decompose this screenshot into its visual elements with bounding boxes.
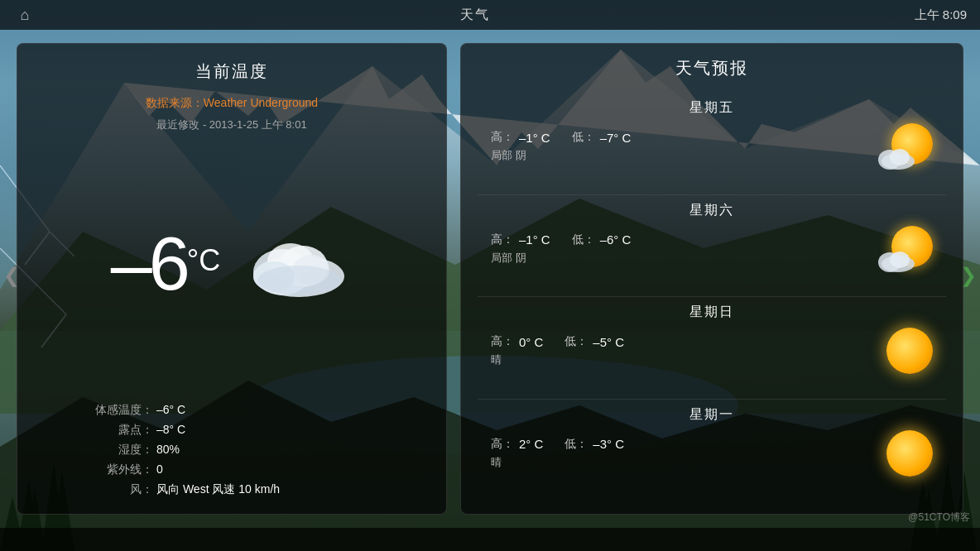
day-4-high: 2° C xyxy=(519,437,543,451)
day-3-condition: 晴 xyxy=(491,352,886,367)
detail-uv: 紫外线： 0 xyxy=(87,462,426,477)
sun-icon-3 xyxy=(886,328,933,374)
bottombar xyxy=(0,528,980,551)
day-3-low-label: 低： xyxy=(564,334,588,349)
forecast-title: 天气预报 xyxy=(478,57,946,79)
day-3-high-label: 高： xyxy=(491,334,514,349)
wind-label: 风： xyxy=(87,482,153,497)
current-temp-panel: 当前温度 数据来源：Weather Underground 最近修改 - 201… xyxy=(17,43,447,515)
day-4-icon xyxy=(886,430,933,477)
dew-point-label: 露点： xyxy=(87,423,153,438)
day-1-high-label: 高： xyxy=(491,130,514,145)
day-2-name: 星期六 xyxy=(491,202,933,219)
day-4-low: –3° C xyxy=(593,437,624,451)
temperature-value: –6 xyxy=(111,227,187,301)
day-3-icon xyxy=(886,328,933,374)
humidity-label: 湿度： xyxy=(87,443,153,458)
day-4-low-label: 低： xyxy=(564,437,588,452)
svg-point-29 xyxy=(890,149,910,165)
detail-feels-like: 体感温度： –6° C xyxy=(87,403,426,418)
feels-like-value: –6° C xyxy=(156,403,185,418)
uv-value: 0 xyxy=(156,462,163,477)
dew-point-value: –8° C xyxy=(156,423,185,438)
day-2-low: –6° C xyxy=(600,232,632,247)
main-content: 当前温度 数据来源：Weather Underground 最近修改 - 201… xyxy=(0,30,980,528)
day-1-icon xyxy=(875,123,933,170)
detail-wind: 风： 风向 West 风速 10 km/h xyxy=(87,482,426,497)
day-1-name: 星期五 xyxy=(491,99,933,117)
forecast-day-1: 星期五 高： –1° C 低： –7° C 局部 阴 xyxy=(478,93,946,195)
data-source-label: 数据来源： xyxy=(146,96,204,109)
sun-icon-4 xyxy=(886,430,933,477)
topbar-time: 上午 8:09 xyxy=(915,7,967,23)
data-source-row: 数据来源：Weather Underground xyxy=(37,96,426,111)
svg-point-32 xyxy=(890,252,910,268)
day-2-high-label: 高： xyxy=(491,232,514,247)
feels-like-label: 体感温度： xyxy=(87,403,153,418)
day-1-low: –7° C xyxy=(600,131,632,145)
day-4-name: 星期一 xyxy=(491,406,933,424)
day-1-low-label: 低： xyxy=(572,130,595,145)
day-3-high: 0° C xyxy=(519,335,543,349)
day-2-condition: 局部 阴 xyxy=(491,251,875,266)
wind-value: 风向 West 风速 10 km/h xyxy=(156,482,280,497)
watermark: @51CTO博客 xyxy=(908,510,970,525)
last-updated: 最近修改 - 2013-1-25 上午 8:01 xyxy=(37,117,426,132)
uv-label: 紫外线： xyxy=(87,462,153,477)
data-source-value: Weather Underground xyxy=(204,96,318,109)
forecast-day-2: 星期六 高： –1° C 低： –6° C 局部 阴 xyxy=(478,195,946,298)
detail-dew-point: 露点： –8° C xyxy=(87,423,426,438)
day-1-high: –1° C xyxy=(519,131,550,145)
forecast-days: 星期五 高： –1° C 低： –7° C 局部 阴 xyxy=(478,93,946,501)
weather-icon xyxy=(237,227,353,301)
day-2-icon xyxy=(875,226,933,272)
right-nav-arrow[interactable]: ❯ xyxy=(960,264,977,287)
topbar: ⌂ 天气 上午 8:09 xyxy=(0,0,980,30)
detail-humidity: 湿度： 80% xyxy=(87,443,426,458)
svg-point-26 xyxy=(257,266,340,295)
day-4-condition: 晴 xyxy=(491,455,886,470)
temperature-unit: °C xyxy=(187,243,220,278)
weather-details: 体感温度： –6° C 露点： –8° C 湿度： 80% 紫外线： 0 风： … xyxy=(37,403,426,497)
temp-display-row: –6 °C xyxy=(37,149,426,378)
day-3-name: 星期日 xyxy=(491,304,933,321)
current-temp-title: 当前温度 xyxy=(37,60,426,83)
topbar-title: 天气 xyxy=(460,7,490,24)
humidity-value: 80% xyxy=(156,443,180,458)
home-button[interactable]: ⌂ xyxy=(13,3,36,26)
forecast-day-4: 星期一 高： 2° C 低： –3° C 晴 xyxy=(478,400,946,501)
day-2-high: –1° C xyxy=(519,232,550,247)
day-4-high-label: 高： xyxy=(491,437,514,452)
day-1-condition: 局部 阴 xyxy=(491,148,875,163)
day-2-low-label: 低： xyxy=(572,232,595,247)
forecast-day-3: 星期日 高： 0° C 低： –5° C 晴 xyxy=(478,297,946,400)
left-nav-arrow[interactable]: ❮ xyxy=(3,264,20,287)
day-3-low: –5° C xyxy=(593,335,624,349)
forecast-panel: 天气预报 星期五 高： –1° C 低： –7° C 局部 阴 xyxy=(460,43,963,515)
